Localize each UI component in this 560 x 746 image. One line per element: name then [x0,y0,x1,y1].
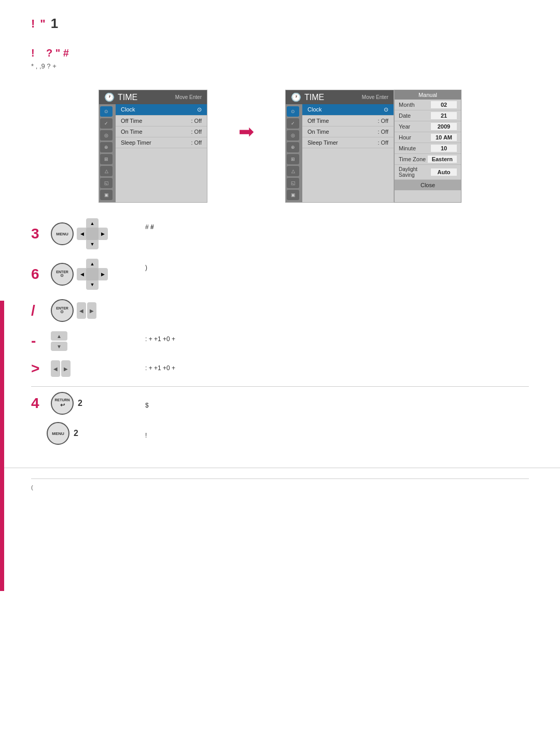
right-btn-slash[interactable]: ▶ [87,302,96,319]
sidebar-icon-r0: ⊙ [287,106,299,117]
sidebar-icon-6: ◱ [100,178,113,188]
dpad-right[interactable]: ▶ [97,228,108,240]
up-arr-minus[interactable]: ▲ [51,331,67,341]
right-btn-gt[interactable]: ▶ [61,360,71,377]
tv-menu-left-sidebar: ⊙ ✓ ◎ ⊕ ⊞ △ ◱ ▣ [99,104,116,202]
tv-menu-right-row-3: Sleep Timer : Off [302,137,394,148]
manual-panel-close-button[interactable]: Close [395,180,461,190]
leftright-pair-gt: ◀ ▶ [51,360,71,377]
tv-menu-left-content: Clock ⊙ Off Time : Off On Time : Off Sle… [116,104,207,202]
dpad-up-s6[interactable]: ▲ [86,259,99,269]
tv-menu-right-header: 🕐 TIME Move Enter [286,90,394,104]
dpad-left-s6[interactable]: ◀ [77,268,87,280]
step-4-return-text: $ [145,398,149,409]
top-header: ! " 1 [0,0,560,37]
dpad-right-s6[interactable]: ▶ [97,268,108,280]
return-button[interactable]: RETURN ↩ [51,392,74,415]
tv-menu-left-title: TIME [118,93,137,102]
sidebar-icon-0: ⊙ [100,106,113,117]
sidebar-icon-2: ◎ [100,130,113,140]
sidebar-icon-r5: △ [287,166,299,176]
sidebar-icon-5: △ [100,166,113,176]
dpad-center [86,228,99,240]
step-3-text: # # [145,218,529,231]
header-step-number: 1 [51,16,58,32]
down-arr-minus[interactable]: ▼ [51,342,67,351]
step-6-row: 6 ENTER⊙ ▲ ▼ ◀ ▶ ) [31,259,529,290]
manual-panel-header: Manual [395,90,461,100]
tv-menu-left-row-2: On Time : Off [116,126,207,137]
step4-menu-num: 2 [74,429,78,438]
tv-menu-left-body: ⊙ ✓ ◎ ⊕ ⊞ △ ◱ ▣ Clock ⊙ Off Time : Off [99,104,207,202]
tv-menu-right-wrapper: 🕐 TIME Move Enter ⊙ ✓ ◎ ⊕ ⊞ △ ◱ ▣ [285,90,461,203]
step-gt-number: > [31,360,47,377]
tv-menu-right-nav: Move Enter [362,94,388,100]
dpad-down[interactable]: ▼ [86,239,99,249]
arrow-between-menus: ➡ [239,90,254,143]
menu-button-step3[interactable]: MENU [51,222,74,245]
updown-pair-minus: ▲ ▼ [51,331,67,351]
step-4-menu-text: ! [145,428,147,439]
dpad-up[interactable]: ▲ [86,218,99,229]
step-6-buttons: ENTER⊙ ▲ ▼ ◀ ▶ [51,259,108,290]
step-4-menu-row: MENU 2 ! [31,422,529,445]
clock-icon-left: 🕐 [104,92,115,102]
step-4-return-row: 4 RETURN ↩ 2 $ [31,392,529,415]
sidebar-icon-1: ✓ [100,118,113,129]
sidebar-icon-r7: ▣ [287,190,299,200]
tv-menu-right-row-1: Off Time : Off [302,116,394,126]
sidebar-icon-4: ⊞ [100,154,113,164]
manual-panel-month: Month 02 [395,100,461,110]
manual-panel-daylight: DaylightSaving Auto [395,165,461,180]
tv-menu-right-sidebar: ⊙ ✓ ◎ ⊕ ⊞ △ ◱ ▣ [286,104,302,202]
manual-panel-year: Year 2009 [395,121,461,132]
footer: ( [0,468,560,496]
left-btn-slash[interactable]: ◀ [77,302,86,319]
dpad-step3: ▲ ▼ ◀ ▶ [77,218,108,249]
dpad-down-s6[interactable]: ▼ [86,279,99,290]
tv-menu-right-title: TIME [304,93,324,102]
sidebar-icon-3: ⊕ [100,142,113,152]
dpad-center-s6 [86,268,99,280]
header-icon2: " [40,17,45,31]
sidebar-icon-r1: ✓ [287,118,299,129]
sidebar-icon-7: ▣ [100,190,113,200]
clock-icon-right: 🕐 [291,92,301,102]
section-subtitle: * , ,9 ? + [31,62,529,70]
step-3-buttons: MENU ▲ ▼ ◀ ▶ [51,218,108,249]
sidebar-icon-r6: ◱ [287,178,299,188]
step-separator [31,386,529,387]
footer-text: ( [31,484,33,490]
manual-panel-timezone: Time Zone Eastern [395,154,461,165]
left-btn-gt[interactable]: ◀ [51,360,60,377]
tv-menu-left-header: 🕐 TIME Move Enter [99,90,207,104]
tv-menu-right-body: ⊙ ✓ ◎ ⊕ ⊞ △ ◱ ▣ Clock ⊙ Off Time [286,104,394,202]
step-minus-row: - ▲ ▼ : + +1 +0 + [31,331,529,351]
enter-button-slash[interactable]: ENTER⊙ [51,299,74,322]
manual-panel: Manual Month 02 Date 21 Year 2009 Hour 1… [394,90,461,203]
sidebar-icon-r3: ⊕ [287,142,299,152]
manual-panel-date: Date 21 [395,110,461,121]
tv-menu-right-content: Clock ⊙ Off Time : Off On Time : Off Sle… [302,104,394,202]
step-3-row: 3 MENU ▲ ▼ ◀ ▶ # # [31,218,529,249]
enter-button-step6[interactable]: ENTER⊙ [51,263,74,286]
step-slash-row: / ENTER⊙ ◀ ▶ [31,299,529,322]
leftright-pair-slash: ◀ ▶ [77,302,96,319]
step-slash-number: / [31,302,47,319]
tv-menu-left-row-0: Clock ⊙ [116,104,207,116]
footer-separator [31,478,529,479]
menus-area: 🕐 TIME Move Enter ⊙ ✓ ◎ ⊕ ⊞ △ ◱ ▣ Clock … [0,79,560,213]
step-6-number: 6 [31,266,47,283]
section-title: ! ? " # [31,47,529,59]
tv-menu-right-row-2: On Time : Off [302,126,394,137]
sidebar-icon-r2: ◎ [287,130,299,140]
tv-menu-left-row-1: Off Time : Off [116,116,207,126]
menu-button-step4[interactable]: MENU [47,422,69,445]
header-icon1: ! [31,17,35,31]
tv-menu-right: 🕐 TIME Move Enter ⊙ ✓ ◎ ⊕ ⊞ △ ◱ ▣ [285,90,394,203]
steps-area: 3 MENU ▲ ▼ ◀ ▶ # # 6 ENTER⊙ [0,213,560,457]
step-slash-text [145,299,529,304]
step-3-number: 3 [31,226,47,242]
manual-panel-minute: Minute 10 [395,143,461,154]
dpad-left[interactable]: ◀ [77,228,87,240]
